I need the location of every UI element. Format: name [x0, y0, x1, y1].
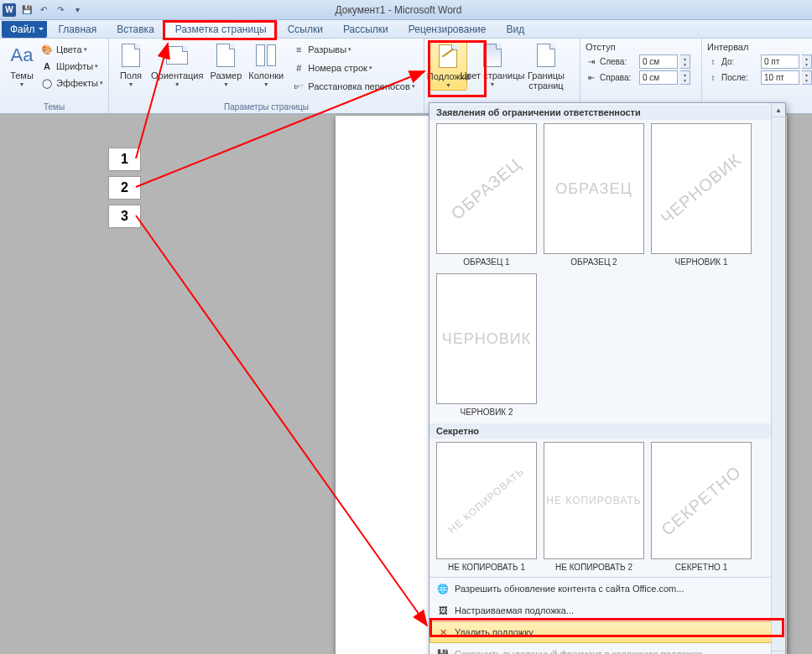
step-2: 2 [108, 176, 141, 200]
watermark-caption: ОБРАЗЕЦ 2 [570, 257, 617, 267]
indent-left-spinner[interactable]: ▲▼ [680, 54, 690, 69]
tab-view[interactable]: Вид [496, 21, 534, 38]
spacing-after-value[interactable]: 10 пт [761, 70, 799, 85]
qat-customize-icon[interactable]: ▾ [70, 3, 85, 18]
breaks-icon: ≡ [292, 43, 305, 56]
watermark-option[interactable]: ЧЕРНОВИКЧЕРНОВИК 2 [436, 273, 537, 417]
step-3: 3 [108, 205, 141, 228]
group-page-setup-title: Параметры страницы [114, 101, 419, 112]
gallery-section-confidential: Секретно [429, 423, 785, 439]
watermark-option[interactable]: ЧЕРНОВИКЧЕРНОВИК 1 [651, 123, 752, 267]
colors-button[interactable]: 🎨Цвета▾ [39, 42, 105, 57]
remove-watermark[interactable]: ✕ Удалить подложку [429, 621, 785, 643]
spacing-after-spinner[interactable]: ▲▼ [802, 70, 812, 85]
page-color-button[interactable]: Цвет страницы▼ [467, 40, 518, 89]
enable-office-updates[interactable]: 🌐 Разрешить обновление контента с сайта … [429, 578, 785, 600]
hyphenation-icon: bᶜ⁻ [292, 80, 305, 93]
fonts-icon: A [40, 60, 54, 73]
spacing-before-value[interactable]: 0 пт [761, 54, 799, 69]
titlebar: W 💾 ↶ ↷ ▾ Документ1 - Microsoft Word [0, 0, 812, 20]
fonts-button[interactable]: AШрифты▾ [39, 59, 105, 74]
effects-button[interactable]: ◯Эффекты▾ [39, 75, 105, 91]
themes-icon: Aa [8, 42, 35, 69]
gallery-footer: 🌐 Разрешить обновление контента с сайта … [429, 577, 785, 654]
custom-watermark-icon: 🖼 [436, 604, 450, 617]
orientation-icon [166, 46, 188, 65]
indent-heading: Отступ [586, 42, 616, 52]
spacing-before-label: До: [721, 57, 758, 66]
page-color-icon [483, 44, 502, 67]
redo-icon[interactable]: ↷ [53, 3, 68, 18]
indent-right-label: Справа: [600, 73, 637, 82]
step-1: 1 [108, 148, 141, 171]
group-themes-title: Темы [5, 101, 103, 112]
delete-icon: ✕ [436, 625, 450, 639]
page-borders-button[interactable]: Границы страниц [518, 40, 575, 92]
orientation-button[interactable]: Ориентация▼ [148, 40, 206, 89]
effects-icon: ◯ [40, 76, 54, 90]
tab-file[interactable]: Файл [2, 21, 47, 38]
line-numbers-icon: # [292, 61, 305, 75]
watermark-caption: НЕ КОПИРОВАТЬ 1 [448, 563, 525, 572]
scroll-up-icon[interactable]: ▲ [772, 103, 785, 117]
columns-button[interactable]: Колонки▼ [245, 40, 287, 89]
indent-left-icon: ⇥ [586, 57, 597, 66]
tab-page-layout[interactable]: Разметка страницы [164, 20, 278, 38]
watermark-option[interactable]: ОБРАЗЕЦОБРАЗЕЦ 2 [544, 123, 644, 267]
gallery-scrollbar[interactable]: ▲ ▼ [771, 103, 785, 654]
custom-watermark[interactable]: 🖼 Настраиваемая подложка... [429, 600, 785, 621]
watermark-caption: СЕКРЕТНО 1 [675, 563, 728, 572]
save-watermark-selection: 💾 Сохранить выделенный фрагмент в коллек… [429, 643, 785, 654]
size-icon [216, 44, 235, 67]
watermark-option[interactable]: НЕ КОПИРОВАТЬНЕ КОПИРОВАТЬ 1 [436, 442, 537, 572]
group-page-setup: Поля▼ Ориентация▼ Размер▼ Колонки▼ ≡Разр… [109, 39, 424, 113]
tab-insert[interactable]: Вставка [107, 21, 164, 38]
margins-button[interactable]: Поля▼ [114, 40, 148, 89]
indent-right-value[interactable]: 0 см [639, 70, 678, 85]
tab-references[interactable]: Ссылки [278, 21, 333, 38]
watermark-option[interactable]: СЕКРЕТНОСЕКРЕТНО 1 [651, 442, 752, 572]
save-icon[interactable]: 💾 [19, 3, 34, 18]
undo-icon[interactable]: ↶ [36, 3, 51, 18]
watermark-caption: ОБРАЗЕЦ 1 [463, 257, 509, 267]
spacing-after-label: После: [721, 73, 758, 82]
watermark-icon [439, 44, 457, 68]
word-icon: W [3, 3, 16, 17]
line-numbers-button[interactable]: #Номера строк▾ [290, 60, 416, 75]
size-button[interactable]: Размер▼ [206, 40, 245, 89]
watermark-caption: ЧЕРНОВИК 2 [460, 407, 513, 417]
spacing-before-icon: ↕ [707, 57, 719, 66]
tab-home[interactable]: Главная [49, 21, 107, 38]
indent-right-icon: ⇤ [586, 73, 597, 82]
indent-left-label: Слева: [600, 57, 637, 66]
spacing-before-spinner[interactable]: ▲▼ [802, 54, 812, 69]
watermark-option[interactable]: НЕ КОПИРОВАТЬНЕ КОПИРОВАТЬ 2 [544, 442, 644, 572]
gallery-section-disclaimers: Заявления об ограничении ответственности [429, 105, 785, 120]
watermark-option[interactable]: ОБРАЗЕЦОБРАЗЕЦ 1 [436, 123, 537, 267]
themes-button[interactable]: Aa Темы ▼ [5, 40, 39, 89]
watermark-caption: НЕ КОПИРОВАТЬ 2 [555, 563, 632, 572]
save-selection-icon: 💾 [436, 647, 450, 654]
spacing-heading: Интервал [707, 42, 748, 52]
group-themes: Aa Темы ▼ 🎨Цвета▾ AШрифты▾ ◯Эффекты▾ Тем… [0, 39, 109, 113]
columns-icon [256, 44, 276, 66]
breaks-button[interactable]: ≡Разрывы▾ [290, 42, 416, 57]
margins-icon [122, 44, 140, 67]
watermark-button[interactable]: Подложка▼ [429, 40, 467, 91]
watermark-gallery: ▲ ▼ Заявления об ограничении ответственн… [429, 102, 786, 654]
colors-icon: 🎨 [40, 43, 54, 56]
spacing-after-icon: ↕ [707, 73, 719, 82]
globe-icon: 🌐 [436, 582, 450, 595]
indent-right-spinner[interactable]: ▲▼ [680, 70, 690, 85]
hyphenation-button[interactable]: bᶜ⁻Расстановка переносов▾ [290, 79, 416, 94]
indent-left-value[interactable]: 0 см [639, 54, 678, 69]
tab-review[interactable]: Рецензирование [398, 21, 497, 38]
page-borders-icon [537, 44, 555, 67]
watermark-caption: ЧЕРНОВИК 1 [674, 257, 727, 267]
window-title: Документ1 - Microsoft Word [86, 4, 812, 16]
tab-mailings[interactable]: Рассылки [333, 21, 398, 38]
ribbon-tabs: Файл Главная Вставка Разметка страницы С… [0, 20, 812, 39]
scroll-down-icon[interactable]: ▼ [772, 651, 785, 654]
